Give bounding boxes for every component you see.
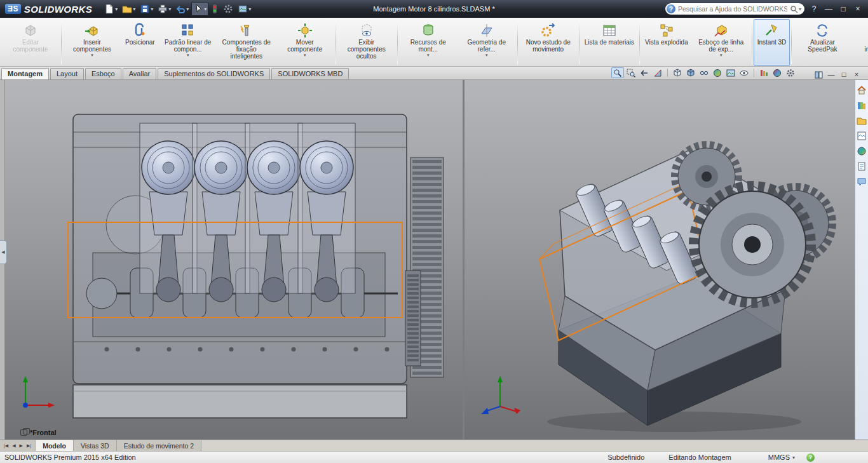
view-settings-button[interactable]	[738, 67, 750, 78]
nav-last-button[interactable]: ▶|	[25, 443, 32, 449]
ribbon-button-atualizar-speedpak[interactable]: Atualizar SpeedPak	[793, 19, 851, 66]
zoom-area-button[interactable]	[625, 67, 637, 78]
tab-montagem[interactable]: Montagem	[1, 68, 49, 79]
tab-esboco[interactable]: Esboço	[85, 68, 121, 79]
mate-icon	[132, 22, 147, 39]
print-button[interactable]: ▾	[156, 2, 173, 16]
nav-prev-button[interactable]: ◀	[11, 443, 17, 449]
graphics-area: ◀	[0, 80, 855, 440]
ribbon-button-lista-materiais[interactable]: Lista de materiais	[581, 19, 638, 66]
units-dropdown-icon[interactable]: ▾	[792, 455, 795, 460]
filter-button[interactable]	[784, 67, 797, 78]
view-palette-button[interactable]	[857, 130, 867, 141]
previous-view-button[interactable]	[638, 67, 651, 78]
image-capture-button[interactable]: ▾	[236, 2, 253, 16]
nav-next-button[interactable]: ▶	[18, 443, 24, 449]
help-search-box[interactable]: ? ▾	[665, 3, 804, 15]
tile-windows-button[interactable]	[813, 70, 824, 79]
zoom-fit-icon	[613, 69, 622, 77]
model-tab-vistas-3d[interactable]: Vistas 3D	[74, 440, 117, 451]
tab-solidworks-mbd[interactable]: SOLIDWORKS MBD	[271, 68, 349, 79]
zoom-area-icon	[627, 69, 635, 77]
appearances-button[interactable]	[771, 67, 783, 78]
undo-button[interactable]: ▾	[173, 2, 191, 16]
ds-logo-icon: ƎS	[5, 4, 21, 14]
section-view-button[interactable]	[651, 67, 664, 78]
tab-avaliar[interactable]: Avaliar	[123, 68, 156, 79]
image-capture-icon	[238, 4, 248, 14]
ribbon-button-posicionar[interactable]: Posicionar	[121, 19, 159, 66]
ribbon-button-novo-estudo-movimento[interactable]: Novo estudo de movimento	[519, 19, 578, 66]
model-tab-nav: |◀ ◀ ▶ ▶|	[0, 440, 36, 451]
appearances-ball-icon	[773, 69, 782, 77]
restore-doc-button[interactable]: □	[839, 70, 849, 79]
ribbon-button-recursos-montagem[interactable]: Recursos de mont... ▾	[399, 19, 458, 66]
search-scope-dropdown[interactable]: ▾	[799, 6, 801, 12]
instant-3d-icon	[764, 22, 780, 39]
ribbon-button-vista-explodida[interactable]: Vista explodida	[641, 19, 692, 66]
ribbon-button-inserir-componentes[interactable]: Inserir componentes ▾	[63, 19, 121, 66]
ribbon-button-mover-componente[interactable]: Mover componente ▾	[276, 19, 334, 66]
tab-suplementos[interactable]: Suplementos do SOLIDWORKS	[158, 68, 270, 79]
document-title: Montagem Motor 8 cilindros.SLDASM *	[254, 5, 614, 13]
close-button[interactable]: ×	[853, 4, 863, 13]
ribbon-button-geometria-referencia[interactable]: Geometria de refer... ▾	[458, 19, 516, 66]
motion-study-icon	[541, 22, 556, 39]
hud-separator	[667, 69, 668, 77]
new-document-button[interactable]: ▾	[102, 2, 119, 16]
minimize-doc-button[interactable]: —	[826, 70, 836, 79]
feature-pane-expand-button[interactable]: ◀	[0, 240, 7, 264]
units-selector[interactable]: MMGS	[768, 453, 790, 461]
nav-first-button[interactable]: |◀	[3, 443, 10, 449]
model-tab-estudo-movimento[interactable]: Estudo de movimento 2	[117, 440, 201, 451]
file-explorer-button[interactable]	[857, 115, 867, 126]
ribbon-button-tirar-instantaneo[interactable]: Tirar um instantâneo	[851, 19, 868, 66]
assembly-visualization-button[interactable]	[757, 67, 770, 78]
search-icon[interactable]	[790, 5, 798, 13]
hide-show-items-button[interactable]	[698, 67, 710, 78]
ribbon-button-instant-3d[interactable]: Instant 3D	[754, 19, 790, 66]
command-tab-row: Montagem Layout Esboço Avaliar Suplement…	[0, 67, 868, 80]
update-speedpak-icon	[815, 22, 830, 39]
options-button[interactable]	[221, 2, 235, 16]
open-icon	[122, 4, 132, 14]
restore-button[interactable]: □	[838, 4, 848, 13]
rebuild-button[interactable]	[209, 2, 220, 16]
close-doc-button[interactable]: ×	[851, 70, 862, 79]
ribbon-button-fixacao-inteligente[interactable]: Componentes de fixação inteligentes	[217, 19, 276, 66]
model-tab-modelo[interactable]: Modelo	[36, 440, 74, 451]
folder-icon	[857, 116, 867, 126]
view-orientation-button[interactable]	[671, 67, 684, 78]
ribbon-button-esboco-linha-explosao[interactable]: Esboço de linha de exp... ▾	[692, 19, 750, 66]
custom-properties-button[interactable]	[857, 161, 867, 171]
help-button[interactable]: ?	[809, 4, 819, 13]
select-button[interactable]: ▾	[191, 2, 208, 16]
ribbon-separator	[397, 21, 398, 64]
print-icon	[158, 4, 168, 14]
edit-appearance-button[interactable]	[711, 67, 724, 78]
design-library-button[interactable]	[857, 100, 867, 111]
appearances-scenes-button[interactable]	[857, 145, 867, 156]
minimize-button[interactable]: —	[824, 4, 834, 13]
apply-scene-button[interactable]	[724, 67, 737, 78]
status-help-button[interactable]: ?	[806, 453, 815, 462]
zoom-fit-button[interactable]	[611, 67, 624, 78]
viewport-isometric[interactable]	[465, 80, 855, 440]
orientation-label: *Frontal	[30, 429, 57, 436]
search-input[interactable]	[675, 5, 790, 13]
filter-gear-icon	[786, 69, 795, 77]
ribbon-button-padrao-linear[interactable]: Padrão linear de compon... ▾	[159, 19, 217, 66]
viewport-front[interactable]: *Frontal	[5, 80, 465, 440]
open-button[interactable]: ▾	[120, 2, 137, 16]
resources-home-button[interactable]	[857, 84, 867, 95]
display-style-button[interactable]	[684, 67, 697, 78]
tab-layout[interactable]: Layout	[50, 68, 84, 79]
ribbon-button-exibir-ocultos[interactable]: Exibir componentes ocultos	[337, 19, 396, 66]
tile-windows-icon	[815, 71, 823, 79]
hide-show-items-icon	[700, 69, 709, 77]
forum-button[interactable]	[857, 176, 867, 187]
logo-text: SOLIDWORKS	[24, 4, 92, 15]
save-button[interactable]: ▾	[138, 2, 155, 16]
command-manager-ribbon: Editar componente Inserir componentes ▾ …	[0, 18, 868, 67]
ribbon-button-editar-componente: Editar componente	[1, 19, 60, 66]
